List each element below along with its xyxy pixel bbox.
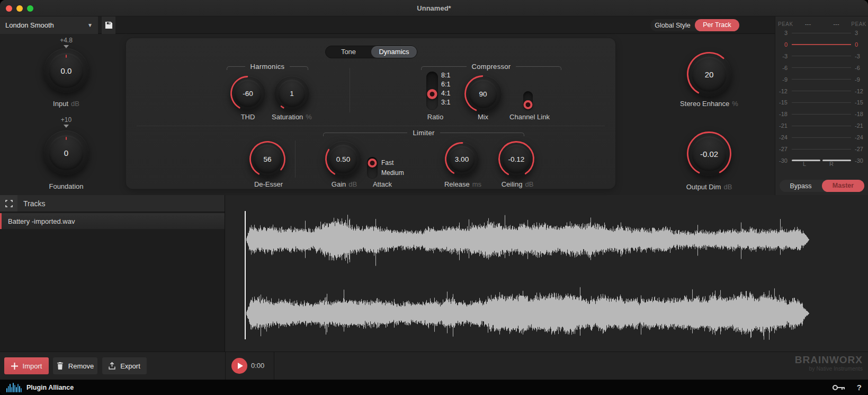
- saturation-knob[interactable]: 1: [274, 76, 309, 111]
- knob-pointer: [66, 55, 67, 58]
- attack-option[interactable]: Fast: [381, 159, 404, 169]
- expand-icon: [5, 200, 13, 207]
- trash-icon: [57, 362, 64, 370]
- limiter-section-header: Limiter: [323, 129, 524, 137]
- knob-pointer: [66, 137, 67, 140]
- export-icon: [109, 362, 115, 370]
- channel-link-label: Channel Link: [498, 113, 561, 121]
- attack-option[interactable]: Medium: [381, 169, 404, 179]
- divider: [225, 352, 226, 380]
- waveform-canvas[interactable]: [225, 195, 868, 352]
- mix-knob[interactable]: 90: [464, 75, 502, 112]
- ratio-selector[interactable]: [426, 72, 438, 110]
- channel-link-thumb[interactable]: [524, 100, 533, 109]
- meter-header: PEAK --- --- PEAK: [775, 21, 868, 27]
- ratio-option[interactable]: 3:1: [441, 99, 450, 108]
- input-knob[interactable]: 0.0: [44, 48, 88, 93]
- meter-scale-row: -21-21: [775, 121, 868, 130]
- meter-scale-row: 33: [775, 29, 868, 37]
- attack-label: Attack: [351, 180, 414, 188]
- footer-bar: Plugin Alliance ?: [0, 380, 868, 395]
- help-icon[interactable]: ?: [857, 383, 862, 392]
- ratio-options: 8:16:14:13:1: [441, 72, 450, 108]
- ratio-thumb[interactable]: [427, 89, 437, 99]
- marker-triangle-icon: [64, 125, 69, 128]
- plugin-alliance-label: Plugin Alliance: [26, 384, 74, 391]
- chevron-down-icon: ▼: [87, 22, 93, 28]
- ratio-option[interactable]: 6:1: [441, 81, 450, 90]
- tracks-header: Tracks: [0, 195, 225, 212]
- master-button[interactable]: Master: [822, 180, 864, 192]
- meter-scale-row: -15-15: [775, 98, 868, 107]
- attack-options: FastMedium: [381, 159, 404, 179]
- expand-tracks-button[interactable]: [0, 195, 17, 212]
- stereo-enhance-knob[interactable]: 20: [687, 52, 731, 96]
- meter-scale-row: -3-3: [775, 52, 868, 60]
- input-label: InputdB: [24, 100, 109, 108]
- foundation-marker: +10: [40, 117, 93, 128]
- track-row[interactable]: Battery -imported.wav: [0, 213, 225, 229]
- preset-name: London Smooth: [5, 21, 54, 29]
- play-button[interactable]: [231, 358, 247, 374]
- brainworx-branding: BRAINWORX by Native Instruments: [795, 354, 863, 372]
- ceiling-knob[interactable]: -0.12: [498, 141, 534, 177]
- thd-knob[interactable]: -60: [230, 76, 265, 111]
- remove-button[interactable]: Remove: [53, 357, 97, 374]
- saturation-label: Saturation%: [260, 113, 324, 121]
- meter-scale-row: -12-12: [775, 87, 868, 95]
- preset-selector[interactable]: London Smooth ▼: [0, 16, 98, 34]
- tracks-panel: Tracks Battery -imported.wav: [0, 195, 225, 352]
- input-marker: +4.8: [40, 37, 93, 48]
- import-button[interactable]: Import: [4, 357, 49, 374]
- deesser-knob[interactable]: 56: [249, 141, 285, 177]
- global-style-button[interactable]: Global Style: [650, 22, 695, 29]
- meter-scale-row: -9-9: [775, 75, 868, 84]
- brainworx-logo: BRAINWORX: [795, 354, 863, 365]
- channel-link-toggle[interactable]: [523, 91, 533, 110]
- save-preset-button[interactable]: [102, 16, 115, 34]
- peak-hold-left[interactable]: ---: [794, 21, 822, 27]
- plugin-window: Unnamed* London Smooth ▼ Global Style Pe…: [0, 0, 868, 395]
- style-toggle: Global Style Per Track: [650, 19, 739, 31]
- gain-knob[interactable]: 0.50: [325, 141, 361, 177]
- waveform-panel[interactable]: [225, 195, 868, 352]
- meter-scale-row: -6-6: [775, 64, 868, 72]
- export-button[interactable]: Export: [102, 357, 147, 374]
- right-channel-label: R: [829, 161, 834, 167]
- tone-dynamics-tabs: Tone Dynamics: [325, 46, 417, 58]
- peak-meter-panel: PEAK --- --- PEAK 3300-3-3-6-6-9-9-12-12…: [775, 16, 868, 195]
- bypass-button[interactable]: Bypass: [780, 182, 822, 190]
- tracks-title: Tracks: [23, 199, 45, 208]
- transport-row: Import Remove Export 0:00 BRAINWORX by N…: [0, 352, 868, 380]
- release-label: Releasems: [431, 180, 495, 188]
- attack-thumb[interactable]: [368, 159, 377, 168]
- peak-label-right: PEAK: [851, 21, 866, 27]
- release-knob[interactable]: 3.00: [445, 142, 479, 176]
- playhead[interactable]: [245, 211, 246, 339]
- peak-hold-right[interactable]: ---: [822, 21, 851, 27]
- brainworx-byline: by Native Instruments: [795, 365, 863, 372]
- per-track-button[interactable]: Per Track: [695, 19, 739, 31]
- plugin-alliance-logo-icon: [6, 383, 22, 392]
- window-title: Unnamed*: [0, 4, 868, 12]
- tab-dynamics[interactable]: Dynamics: [371, 46, 417, 58]
- left-channel-label: L: [803, 161, 806, 167]
- title-bar: Unnamed*: [0, 0, 868, 16]
- license-key-icon[interactable]: [833, 384, 845, 391]
- toolbar: London Smooth ▼ Global Style Per Track: [0, 16, 775, 34]
- meter-scale-row: -18-18: [775, 110, 868, 118]
- ratio-option[interactable]: 4:1: [441, 90, 450, 99]
- main-panel: +4.8 0.0 InputdB +10 0 Foundation Tone D…: [0, 34, 775, 195]
- output-dim-knob[interactable]: -0.02: [687, 131, 731, 176]
- attack-toggle[interactable]: [367, 157, 378, 179]
- meter-scale-row: -27-27: [775, 145, 868, 153]
- plus-icon: [11, 363, 18, 370]
- ceiling-label: CeilingdB: [486, 180, 549, 188]
- ratio-option[interactable]: 8:1: [441, 72, 450, 81]
- tab-tone[interactable]: Tone: [326, 46, 371, 58]
- stereo-enhance-label: Stereo Enhance%: [656, 100, 762, 108]
- foundation-knob[interactable]: 0: [44, 130, 88, 175]
- deesser-label: De-Esser: [237, 180, 300, 188]
- harmonics-section-header: Harmonics: [227, 63, 308, 71]
- foundation-label: Foundation: [24, 182, 109, 190]
